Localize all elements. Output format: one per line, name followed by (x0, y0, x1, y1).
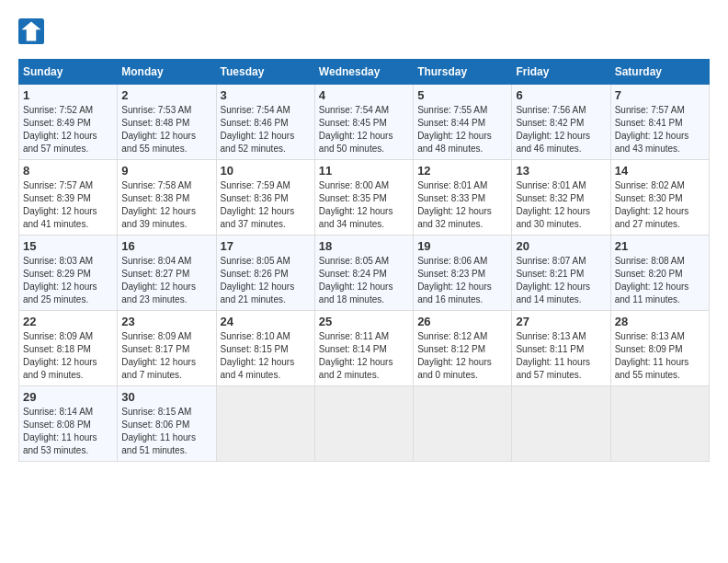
logo-icon (18, 18, 44, 44)
day-number: 14 (615, 164, 705, 178)
header-tuesday: Tuesday (216, 60, 314, 85)
calendar-cell: 20Sunrise: 8:07 AMSunset: 8:21 PMDayligh… (512, 236, 610, 311)
day-info: Sunrise: 8:07 AMSunset: 8:21 PMDaylight:… (516, 255, 606, 306)
calendar-cell: 8Sunrise: 7:57 AMSunset: 8:39 PMDaylight… (19, 160, 118, 236)
header-wednesday: Wednesday (314, 60, 413, 85)
calendar-cell: 13Sunrise: 8:01 AMSunset: 8:32 PMDayligh… (512, 160, 610, 236)
calendar-cell: 28Sunrise: 8:13 AMSunset: 8:09 PMDayligh… (610, 311, 709, 386)
calendar-cell: 10Sunrise: 7:59 AMSunset: 8:36 PMDayligh… (216, 160, 314, 236)
day-info: Sunrise: 8:05 AMSunset: 8:24 PMDaylight:… (319, 255, 409, 306)
day-number: 10 (221, 164, 311, 178)
day-info: Sunrise: 8:15 AMSunset: 8:06 PMDaylight:… (121, 406, 211, 457)
day-number: 2 (121, 88, 211, 102)
day-number: 9 (121, 164, 211, 178)
calendar-cell (216, 386, 314, 462)
day-info: Sunrise: 7:54 AMSunset: 8:46 PMDaylight:… (221, 104, 311, 155)
calendar-cell: 18Sunrise: 8:05 AMSunset: 8:24 PMDayligh… (314, 236, 413, 311)
day-info: Sunrise: 7:57 AMSunset: 8:41 PMDaylight:… (615, 104, 705, 155)
day-number: 7 (615, 88, 705, 102)
header-friday: Friday (512, 60, 610, 85)
day-info: Sunrise: 8:10 AMSunset: 8:15 PMDaylight:… (221, 330, 311, 382)
day-info: Sunrise: 8:14 AMSunset: 8:08 PMDaylight:… (23, 406, 113, 457)
calendar-cell: 16Sunrise: 8:04 AMSunset: 8:27 PMDayligh… (118, 236, 216, 311)
day-info: Sunrise: 8:09 AMSunset: 8:17 PMDaylight:… (121, 330, 211, 382)
day-info: Sunrise: 8:12 AMSunset: 8:12 PMDaylight:… (417, 330, 507, 382)
day-info: Sunrise: 7:57 AMSunset: 8:39 PMDaylight:… (23, 179, 113, 231)
calendar-cell: 24Sunrise: 8:10 AMSunset: 8:15 PMDayligh… (216, 311, 314, 386)
day-number: 18 (319, 239, 409, 253)
day-info: Sunrise: 8:03 AMSunset: 8:29 PMDaylight:… (23, 255, 113, 306)
day-info: Sunrise: 7:52 AMSunset: 8:49 PMDaylight:… (23, 104, 113, 155)
calendar-cell: 9Sunrise: 7:58 AMSunset: 8:38 PMDaylight… (118, 160, 216, 236)
calendar-cell: 2Sunrise: 7:53 AMSunset: 8:48 PMDaylight… (118, 85, 216, 160)
day-number: 27 (516, 315, 606, 328)
day-info: Sunrise: 8:01 AMSunset: 8:33 PMDaylight:… (417, 179, 507, 231)
day-info: Sunrise: 7:54 AMSunset: 8:45 PMDaylight:… (319, 104, 409, 155)
day-number: 6 (516, 88, 606, 102)
day-number: 17 (221, 239, 311, 253)
day-number: 21 (615, 239, 705, 253)
calendar-cell: 22Sunrise: 8:09 AMSunset: 8:18 PMDayligh… (19, 311, 118, 386)
day-number: 24 (221, 315, 311, 328)
day-number: 5 (417, 88, 507, 102)
day-number: 19 (417, 239, 507, 253)
day-info: Sunrise: 8:02 AMSunset: 8:30 PMDaylight:… (615, 179, 705, 231)
day-info: Sunrise: 8:08 AMSunset: 8:20 PMDaylight:… (615, 255, 705, 306)
day-info: Sunrise: 7:56 AMSunset: 8:42 PMDaylight:… (516, 104, 606, 155)
header-monday: Monday (118, 60, 216, 85)
week-row-1: 1Sunrise: 7:52 AMSunset: 8:49 PMDaylight… (19, 85, 710, 160)
day-number: 29 (23, 390, 113, 404)
calendar-cell: 4Sunrise: 7:54 AMSunset: 8:45 PMDaylight… (314, 85, 413, 160)
day-info: Sunrise: 8:00 AMSunset: 8:35 PMDaylight:… (319, 179, 409, 231)
week-row-4: 22Sunrise: 8:09 AMSunset: 8:18 PMDayligh… (19, 311, 710, 386)
day-info: Sunrise: 8:05 AMSunset: 8:26 PMDaylight:… (221, 255, 311, 306)
header-sunday: Sunday (19, 60, 118, 85)
calendar-cell (512, 386, 610, 462)
header-saturday: Saturday (610, 60, 709, 85)
day-info: Sunrise: 8:13 AMSunset: 8:11 PMDaylight:… (516, 330, 606, 382)
calendar-cell: 3Sunrise: 7:54 AMSunset: 8:46 PMDaylight… (216, 85, 314, 160)
day-number: 25 (319, 315, 409, 328)
day-info: Sunrise: 8:04 AMSunset: 8:27 PMDaylight:… (121, 255, 211, 306)
day-number: 22 (23, 315, 113, 328)
calendar-table: SundayMondayTuesdayWednesdayThursdayFrid… (18, 59, 710, 462)
day-number: 23 (121, 315, 211, 328)
calendar-cell: 19Sunrise: 8:06 AMSunset: 8:23 PMDayligh… (414, 236, 512, 311)
calendar-cell (314, 386, 413, 462)
day-number: 3 (221, 88, 311, 102)
calendar-cell: 23Sunrise: 8:09 AMSunset: 8:17 PMDayligh… (118, 311, 216, 386)
calendar-cell: 12Sunrise: 8:01 AMSunset: 8:33 PMDayligh… (414, 160, 512, 236)
calendar-cell: 17Sunrise: 8:05 AMSunset: 8:26 PMDayligh… (216, 236, 314, 311)
calendar-cell: 30Sunrise: 8:15 AMSunset: 8:06 PMDayligh… (118, 386, 216, 462)
calendar-cell: 15Sunrise: 8:03 AMSunset: 8:29 PMDayligh… (19, 236, 118, 311)
calendar-cell: 27Sunrise: 8:13 AMSunset: 8:11 PMDayligh… (512, 311, 610, 386)
day-number: 16 (121, 239, 211, 253)
calendar-cell (610, 386, 709, 462)
header-thursday: Thursday (414, 60, 512, 85)
day-number: 20 (516, 239, 606, 253)
calendar-cell: 25Sunrise: 8:11 AMSunset: 8:14 PMDayligh… (314, 311, 413, 386)
calendar-cell: 1Sunrise: 7:52 AMSunset: 8:49 PMDaylight… (19, 85, 118, 160)
day-number: 28 (615, 315, 705, 328)
calendar-cell: 29Sunrise: 8:14 AMSunset: 8:08 PMDayligh… (19, 386, 118, 462)
day-info: Sunrise: 7:58 AMSunset: 8:38 PMDaylight:… (121, 179, 211, 231)
day-info: Sunrise: 7:53 AMSunset: 8:48 PMDaylight:… (121, 104, 211, 155)
day-number: 4 (319, 88, 409, 102)
day-info: Sunrise: 8:01 AMSunset: 8:32 PMDaylight:… (516, 179, 606, 231)
day-info: Sunrise: 8:11 AMSunset: 8:14 PMDaylight:… (319, 330, 409, 382)
week-row-5: 29Sunrise: 8:14 AMSunset: 8:08 PMDayligh… (19, 386, 710, 462)
calendar-cell: 7Sunrise: 7:57 AMSunset: 8:41 PMDaylight… (610, 85, 709, 160)
page-header (18, 18, 710, 44)
calendar-cell: 21Sunrise: 8:08 AMSunset: 8:20 PMDayligh… (610, 236, 709, 311)
day-number: 8 (23, 164, 113, 178)
day-number: 26 (417, 315, 507, 328)
day-number: 15 (23, 239, 113, 253)
day-info: Sunrise: 7:55 AMSunset: 8:44 PMDaylight:… (417, 104, 507, 155)
week-row-2: 8Sunrise: 7:57 AMSunset: 8:39 PMDaylight… (19, 160, 710, 236)
day-info: Sunrise: 8:09 AMSunset: 8:18 PMDaylight:… (23, 330, 113, 382)
day-number: 12 (417, 164, 507, 178)
calendar-cell: 5Sunrise: 7:55 AMSunset: 8:44 PMDaylight… (414, 85, 512, 160)
day-info: Sunrise: 7:59 AMSunset: 8:36 PMDaylight:… (221, 179, 311, 231)
calendar-cell: 14Sunrise: 8:02 AMSunset: 8:30 PMDayligh… (610, 160, 709, 236)
day-number: 30 (121, 390, 211, 404)
